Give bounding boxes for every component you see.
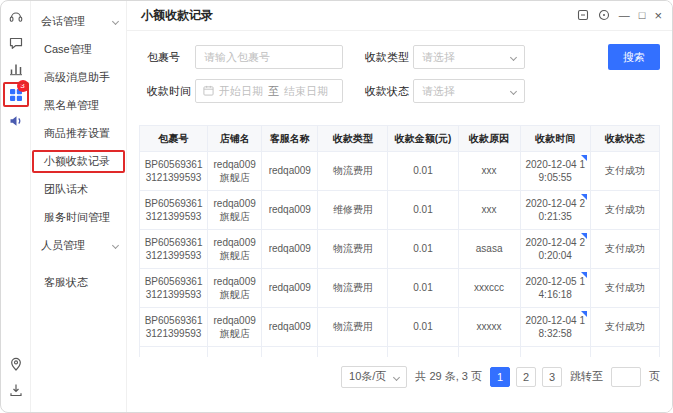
- table-cell: redqa009旗舰店: [208, 308, 262, 347]
- pay-type-select[interactable]: 请选择: [413, 45, 525, 69]
- start-date-placeholder: 开始日期: [219, 84, 263, 99]
- page-button[interactable]: 1: [490, 367, 510, 387]
- table-cell: redqa009旗舰店: [208, 152, 262, 191]
- package-no-label: 包裹号: [147, 50, 195, 65]
- table-cell: [388, 347, 458, 357]
- table-cell: [590, 347, 659, 357]
- sidebar-item[interactable]: 会话管理: [31, 7, 126, 35]
- table-cell: xxxxx: [458, 308, 520, 347]
- column-header: 收款原因: [458, 126, 520, 152]
- page-button[interactable]: 2: [516, 367, 536, 387]
- titlebar: 小额收款记录 — □ ×: [127, 1, 672, 31]
- stats-icon[interactable]: [8, 61, 24, 77]
- table-cell: 2020-12-04 19:05:55: [520, 152, 590, 191]
- page-button[interactable]: 3: [542, 367, 562, 387]
- table-row[interactable]: BP605693613121399593redqa009旗舰店redqa009物…: [140, 308, 660, 347]
- pagination-total: 共 29 条, 3 页: [415, 369, 482, 384]
- table-cell: [140, 347, 208, 357]
- chevron-down-icon: [510, 54, 517, 61]
- table-row[interactable]: BP605693613121399593redqa009旗舰店redqa009维…: [140, 191, 660, 230]
- table-cell: [458, 347, 520, 357]
- location-icon[interactable]: [8, 356, 24, 372]
- sidebar-item-label: 服务时间管理: [44, 210, 110, 225]
- column-header: 收款类型: [318, 126, 388, 152]
- table-cell: 支付成功: [590, 269, 659, 308]
- sidebar-menu: 会话管理Case管理高级消息助手黑名单管理商品推荐设置小额收款记录团队话术服务时…: [31, 1, 126, 296]
- table-cell: 2020-12-04 20:21:35: [520, 191, 590, 230]
- table-cell: 维修费用: [318, 191, 388, 230]
- table-cell: 支付成功: [590, 191, 659, 230]
- pay-status-select[interactable]: 请选择: [413, 79, 525, 103]
- close-button[interactable]: ×: [654, 9, 662, 22]
- table-cell: 物流费用: [318, 269, 388, 308]
- pay-type-select-value: 请选择: [422, 50, 455, 65]
- date-range-picker[interactable]: 开始日期 至 结束日期: [195, 79, 343, 103]
- search-button[interactable]: 搜索: [608, 44, 660, 70]
- sidebar-item[interactable]: Case管理: [31, 35, 126, 63]
- customer-service-icon[interactable]: [8, 9, 24, 25]
- calendar-icon: [203, 85, 214, 98]
- megaphone-icon[interactable]: [8, 113, 24, 129]
- sidebar-item[interactable]: 服务时间管理: [31, 203, 126, 231]
- jump-suffix: 页: [649, 369, 660, 384]
- table-row[interactable]: BP605693613121399593redqa009旗舰店redqa009物…: [140, 230, 660, 269]
- maximize-button[interactable]: □: [639, 10, 646, 21]
- jump-input[interactable]: [611, 367, 641, 387]
- page-size-select[interactable]: 10条/页: [341, 366, 407, 388]
- table-cell: BP605693613121399593: [140, 230, 208, 269]
- sidebar-item[interactable]: 人员管理: [31, 231, 126, 259]
- table-row-partial: [140, 347, 660, 357]
- sidebar-item-label: 黑名单管理: [44, 98, 99, 113]
- sidebar-item-label: Case管理: [44, 42, 92, 57]
- column-header: 店铺名: [208, 126, 262, 152]
- table-row[interactable]: BP605693613121399593redqa009旗舰店redqa009物…: [140, 269, 660, 308]
- rail-bottom-group: [8, 356, 24, 412]
- table-cell: 物流费用: [318, 230, 388, 269]
- app-window: 3 会话管理Case管理高级消息助手黑名单管理商品推荐设置小额收款记录团队话术服…: [0, 0, 673, 413]
- chat-icon[interactable]: [8, 35, 24, 51]
- column-header: 收款金额(元): [388, 126, 458, 152]
- apps-grid-icon[interactable]: 3: [8, 87, 24, 103]
- table-cell: 物流费用: [318, 152, 388, 191]
- table-cell: redqa009旗舰店: [208, 230, 262, 269]
- pay-status-label: 收款状态: [365, 84, 413, 99]
- package-no-input[interactable]: [195, 45, 343, 69]
- filter-panel: 包裹号 收款类型 请选择 收款时间 开始日期 至 结束日期 收: [127, 31, 672, 125]
- help-icon[interactable]: [598, 9, 610, 23]
- sidebar-item-label: 会话管理: [41, 14, 85, 29]
- minimize-button[interactable]: —: [619, 10, 630, 21]
- end-date-placeholder: 结束日期: [284, 84, 328, 99]
- table-cell: redqa009: [262, 152, 318, 191]
- sidebar-item[interactable]: 高级消息助手: [31, 63, 126, 91]
- table-cell: 支付成功: [590, 308, 659, 347]
- table-cell: 0.01: [388, 308, 458, 347]
- pay-status-select-value: 请选择: [422, 84, 455, 99]
- table-cell: BP605693613121399593: [140, 191, 208, 230]
- titlebar-controls: — □ ×: [577, 9, 662, 23]
- sidebar-item[interactable]: 小额收款记录: [31, 147, 126, 175]
- sidebar-item[interactable]: 客服状态: [31, 268, 126, 296]
- sidebar-item-label: 人员管理: [41, 238, 85, 253]
- table-cell: [262, 347, 318, 357]
- download-icon[interactable]: [8, 382, 24, 398]
- chevron-down-icon: [510, 88, 517, 95]
- table-cell: 支付成功: [590, 230, 659, 269]
- main-content: 小额收款记录 — □ × 包裹号 收款类型 请选择: [127, 1, 672, 412]
- table-cell: redqa009旗舰店: [208, 191, 262, 230]
- table-header-row: 包裹号店铺名客服名称收款类型收款金额(元)收款原因收款时间收款状态: [140, 126, 660, 152]
- sidebar-item[interactable]: 黑名单管理: [31, 91, 126, 119]
- sidebar-item-label: 团队话术: [44, 182, 88, 197]
- table-cell: 物流费用: [318, 308, 388, 347]
- widget-icon[interactable]: [577, 9, 589, 23]
- table-cell: 2020-12-04 20:20:04: [520, 230, 590, 269]
- pay-time-label: 收款时间: [147, 84, 195, 99]
- table-cell: 支付成功: [590, 152, 659, 191]
- sidebar-item[interactable]: 商品推荐设置: [31, 119, 126, 147]
- table-row[interactable]: BP605693613121399593redqa009旗舰店redqa009物…: [140, 152, 660, 191]
- table-cell: 2020-12-04 18:32:58: [520, 308, 590, 347]
- sidebar-item-label: 小额收款记录: [44, 154, 110, 169]
- chevron-down-icon: [112, 241, 119, 248]
- table-cell: 0.01: [388, 191, 458, 230]
- sidebar-item[interactable]: 团队话术: [31, 175, 126, 203]
- table-cell: BP605693613121399593: [140, 152, 208, 191]
